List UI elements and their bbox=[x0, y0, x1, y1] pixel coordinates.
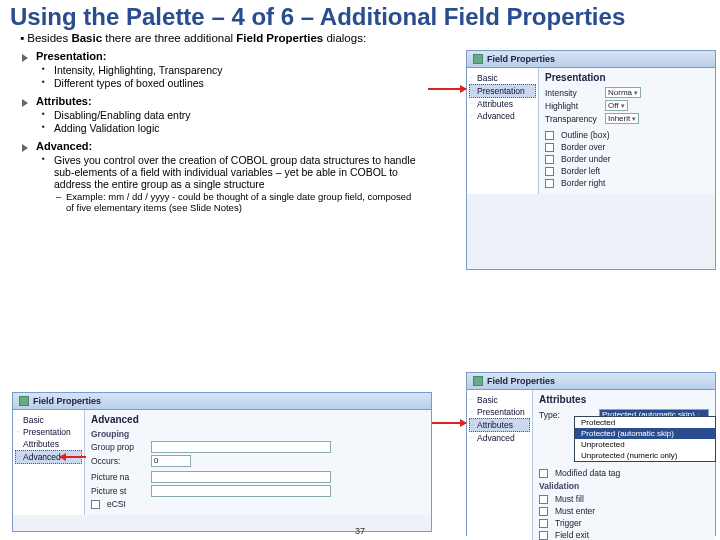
arrow-icon bbox=[428, 88, 466, 90]
tree-item-presentation[interactable]: Presentation bbox=[469, 406, 530, 418]
intro-mid: there are three additional bbox=[102, 32, 236, 44]
select-highlight[interactable]: Off bbox=[605, 100, 628, 111]
presentation-item-1: Intensity, Highlighting, Transparency bbox=[20, 64, 420, 76]
panel-title-text: Field Properties bbox=[487, 54, 555, 64]
panel-advanced: Field Properties Basic Presentation Attr… bbox=[12, 392, 432, 532]
select-intensity[interactable]: Norma bbox=[605, 87, 641, 98]
panel-title-text: Field Properties bbox=[33, 396, 101, 406]
advanced-props: Advanced Grouping Group prop Occurs:0 Pi… bbox=[85, 410, 431, 515]
panel-presentation: Field Properties Basic Presentation Attr… bbox=[466, 50, 716, 270]
checkbox-border-right[interactable] bbox=[545, 179, 554, 188]
arrow-icon bbox=[60, 456, 86, 458]
checkbox-border-under[interactable] bbox=[545, 155, 554, 164]
label-outline: Outline (box) bbox=[561, 130, 610, 140]
heading-advanced: Advanced: bbox=[20, 140, 420, 152]
tree-item-advanced[interactable]: Advanced bbox=[469, 110, 536, 122]
page-number: 37 bbox=[355, 526, 365, 536]
tree-item-advanced[interactable]: Advanced bbox=[469, 432, 530, 444]
tree-presentation[interactable]: Basic Presentation Attributes Advanced bbox=[467, 68, 539, 194]
label-bright: Border right bbox=[561, 178, 605, 188]
grouping-subhead: Grouping bbox=[91, 429, 425, 439]
label-mdt: Modified data tag bbox=[555, 468, 620, 478]
tree-advanced[interactable]: Basic Presentation Attributes Advanced bbox=[13, 410, 85, 515]
checkbox-mustenter[interactable] bbox=[539, 507, 548, 516]
select-transparency[interactable]: Inherit bbox=[605, 113, 639, 124]
heading-presentation: Presentation: bbox=[20, 50, 420, 62]
input-occurs[interactable]: 0 bbox=[151, 455, 191, 467]
tree-item-presentation[interactable]: Presentation bbox=[469, 84, 536, 98]
label-highlight: Highlight bbox=[545, 101, 601, 111]
advanced-item-1: Gives you control over the creation of C… bbox=[20, 154, 420, 190]
heading-attributes: Attributes: bbox=[20, 95, 420, 107]
attributes-item-2: Adding Validation logic bbox=[20, 122, 420, 134]
label-group-prop: Group prop bbox=[91, 442, 147, 452]
advanced-example: Example: mm / dd / yyyy - could be thoug… bbox=[20, 191, 420, 213]
panel-icon bbox=[473, 54, 483, 64]
dropdown-option-protected-skip[interactable]: Protected (automatic skip) bbox=[575, 428, 715, 439]
label-ecsi: eCSI bbox=[107, 499, 126, 509]
presentation-props: Presentation IntensityNorma HighlightOff… bbox=[539, 68, 715, 194]
checkbox-mdt[interactable] bbox=[539, 469, 548, 478]
label-intensity: Intensity bbox=[545, 88, 601, 98]
arrow-icon bbox=[432, 422, 466, 424]
intro-post: dialogs: bbox=[323, 32, 366, 44]
input-group-prop[interactable] bbox=[151, 441, 331, 453]
tree-item-attributes[interactable]: Attributes bbox=[469, 418, 530, 432]
presentation-heading: Presentation bbox=[545, 72, 709, 83]
label-mustfill: Must fill bbox=[555, 494, 584, 504]
checkbox-outline[interactable] bbox=[545, 131, 554, 140]
presentation-item-2: Different types of boxed outlines bbox=[20, 77, 420, 89]
dropdown-type[interactable]: Protected Protected (automatic skip) Unp… bbox=[574, 416, 716, 462]
checkbox-border-left[interactable] bbox=[545, 167, 554, 176]
tree-attributes[interactable]: Basic Presentation Attributes Advanced bbox=[467, 390, 533, 540]
tree-item-basic[interactable]: Basic bbox=[469, 72, 536, 84]
label-bleft: Border left bbox=[561, 166, 600, 176]
tree-item-attributes[interactable]: Attributes bbox=[15, 438, 82, 450]
checkbox-border-over[interactable] bbox=[545, 143, 554, 152]
panel-title-advanced: Field Properties bbox=[13, 393, 431, 410]
intro-bold2: Field Properties bbox=[236, 32, 323, 44]
intro-pre: Besides bbox=[27, 32, 71, 44]
panel-title-attributes: Field Properties bbox=[467, 373, 715, 390]
panel-title-presentation: Field Properties bbox=[467, 51, 715, 68]
checkbox-fieldexit[interactable] bbox=[539, 531, 548, 540]
attributes-item-1: Disabling/Enabling data entry bbox=[20, 109, 420, 121]
slide-title: Using the Palette – 4 of 6 – Additional … bbox=[0, 0, 720, 30]
label-picture-st: Picture st bbox=[91, 486, 147, 496]
label-trigger: Trigger bbox=[555, 518, 582, 528]
dropdown-option-unprotected[interactable]: Unprotected bbox=[575, 439, 715, 450]
intro-line: ▪ Besides Basic there are three addition… bbox=[20, 32, 420, 44]
tree-item-basic[interactable]: Basic bbox=[15, 414, 82, 426]
tree-item-attributes[interactable]: Attributes bbox=[469, 98, 536, 110]
slide-body: ▪ Besides Basic there are three addition… bbox=[0, 32, 430, 213]
tree-item-basic[interactable]: Basic bbox=[469, 394, 530, 406]
label-bover: Border over bbox=[561, 142, 605, 152]
label-occurs: Occurs: bbox=[91, 456, 147, 466]
checkbox-trigger[interactable] bbox=[539, 519, 548, 528]
validation-subhead: Validation bbox=[539, 481, 709, 491]
checkbox-ecsi[interactable] bbox=[91, 500, 100, 509]
attributes-heading: Attributes bbox=[539, 394, 709, 405]
panel-icon bbox=[473, 376, 483, 386]
label-fieldexit: Field exit bbox=[555, 530, 589, 540]
intro-bold1: Basic bbox=[71, 32, 102, 44]
panel-icon bbox=[19, 396, 29, 406]
label-transparency: Transparency bbox=[545, 114, 601, 124]
advanced-heading: Advanced bbox=[91, 414, 425, 425]
panel-title-text: Field Properties bbox=[487, 376, 555, 386]
dropdown-option-protected[interactable]: Protected bbox=[575, 417, 715, 428]
dropdown-option-unprotected-num[interactable]: Unprotected (numeric only) bbox=[575, 450, 715, 461]
attributes-props: Attributes Type:Protected (automatic ski… bbox=[533, 390, 715, 540]
tree-item-presentation[interactable]: Presentation bbox=[15, 426, 82, 438]
label-picture-na: Picture na bbox=[91, 472, 147, 482]
input-picture-st[interactable] bbox=[151, 485, 331, 497]
label-mustenter: Must enter bbox=[555, 506, 595, 516]
label-bunder: Border under bbox=[561, 154, 611, 164]
checkbox-mustfill[interactable] bbox=[539, 495, 548, 504]
input-picture-na[interactable] bbox=[151, 471, 331, 483]
